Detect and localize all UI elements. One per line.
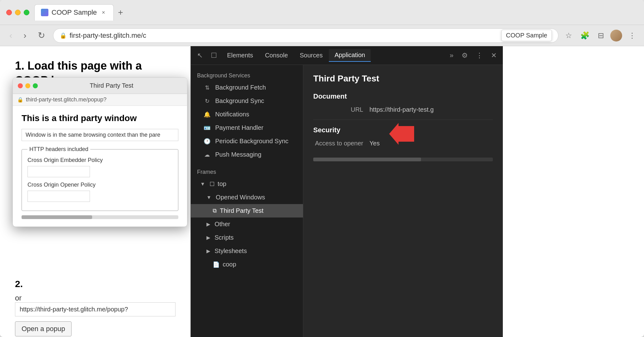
- background-sync-icon: ↻: [203, 98, 211, 105]
- frames-label: Frames: [191, 166, 303, 177]
- access-opener-value: Yes: [369, 140, 380, 147]
- popup-scrollbar-thumb: [22, 215, 92, 219]
- popup-minimize-button[interactable]: [25, 83, 30, 88]
- browser-window: COOP Sample × + ‹ › ↻ 🔒 first-party-test…: [0, 0, 644, 337]
- tab-elements[interactable]: Elements: [221, 49, 259, 61]
- open-popup-button[interactable]: Open a popup: [15, 321, 72, 336]
- sidebar-item-notifications[interactable]: 🔔 Notifications: [191, 108, 303, 121]
- devtools-more-icon[interactable]: ⋮: [472, 49, 487, 62]
- background-services-label: Background Services: [191, 69, 303, 81]
- popup-url-input[interactable]: [15, 302, 176, 316]
- new-tab-button[interactable]: +: [115, 6, 126, 19]
- frame-scripts[interactable]: ▶ Scripts: [191, 231, 303, 244]
- frame-top[interactable]: ▼ ☐ top: [191, 177, 303, 191]
- tab-favicon: [41, 9, 48, 16]
- frame-third-party-test[interactable]: ⧉ Third Party Test: [191, 204, 303, 217]
- payment-handler-icon: 🪪: [203, 125, 211, 131]
- access-opener-key: Access to opener: [313, 140, 369, 147]
- cast-icon[interactable]: ⊟: [596, 29, 606, 42]
- user-avatar[interactable]: [610, 30, 622, 42]
- extensions-icon[interactable]: 🧩: [578, 29, 592, 42]
- coep-input[interactable]: [27, 166, 90, 177]
- menu-icon[interactable]: ⋮: [627, 29, 638, 42]
- access-opener-row: Access to opener Yes: [313, 140, 380, 147]
- tab-console[interactable]: Console: [259, 49, 293, 61]
- popup-address-bar[interactable]: 🔒 third-party-test.glitch.me/popup?: [13, 94, 187, 106]
- forward-button[interactable]: ›: [20, 29, 29, 42]
- frame-stylesheets-label: Stylesheets: [215, 247, 247, 255]
- address-bar: ‹ › ↻ 🔒 first-party-test.glitch.me/c COO…: [0, 25, 644, 46]
- tab-close-button[interactable]: ×: [100, 9, 107, 17]
- address-input[interactable]: 🔒 first-party-test.glitch.me/c COOP Samp…: [53, 28, 558, 43]
- frame-top-label: top: [218, 180, 226, 188]
- popup-maximize-button[interactable]: [33, 83, 38, 88]
- maximize-button[interactable]: [24, 10, 29, 15]
- close-button[interactable]: [6, 10, 12, 15]
- scrollbar-thumb: [313, 158, 421, 161]
- coop-input[interactable]: [27, 191, 90, 202]
- url-row: URL https://third-party-test.g: [313, 106, 493, 113]
- inspect-icon[interactable]: ↖: [193, 49, 206, 62]
- coop-file-icon: 📄: [213, 261, 220, 268]
- more-tabs-button[interactable]: »: [446, 49, 457, 62]
- sidebar-item-label: Payment Handler: [215, 124, 264, 131]
- devtools-content: Background Services ⇅ Background Fetch ↻…: [191, 65, 503, 337]
- sidebar-item-payment-handler[interactable]: 🪪 Payment Handler: [191, 121, 303, 134]
- opened-windows-arrow: ▼: [206, 195, 211, 200]
- top-arrow: ▼: [200, 181, 205, 187]
- push-messaging-icon: ☁: [203, 151, 211, 158]
- sidebar-item-background-fetch[interactable]: ⇅ Background Fetch: [191, 81, 303, 94]
- frame-coop[interactable]: 📄 coop: [191, 258, 303, 271]
- scripts-arrow: ▶: [206, 235, 210, 241]
- right-panel-scrollbar[interactable]: [313, 158, 493, 161]
- sidebar-item-label: Push Messaging: [215, 151, 261, 158]
- frame-stylesheets[interactable]: ▶ Stylesheets: [191, 244, 303, 258]
- tab-application[interactable]: Application: [329, 49, 371, 62]
- address-tooltip: COOP Sample: [501, 30, 552, 41]
- frame-opened-windows-label: Opened Windows: [216, 194, 265, 201]
- sidebar-item-periodic-background-sync[interactable]: 🕐 Periodic Background Sync: [191, 134, 303, 148]
- stylesheets-arrow: ▶: [206, 248, 210, 254]
- devtools-close-button[interactable]: ✕: [487, 49, 500, 62]
- periodic-sync-icon: 🕐: [203, 138, 211, 145]
- notifications-icon: 🔔: [203, 111, 211, 118]
- reload-button[interactable]: ↻: [35, 29, 48, 42]
- popup-traffic-lights: [18, 83, 38, 88]
- popup-status: Window is in the same browsing context t…: [22, 129, 178, 141]
- back-button[interactable]: ‹: [6, 29, 15, 42]
- frame-other[interactable]: ▶ Other: [191, 217, 303, 231]
- active-tab[interactable]: COOP Sample ×: [34, 4, 114, 21]
- main-area: 1. Load this page with a COOP he Cro Thi…: [0, 46, 644, 337]
- popup-scrollbar[interactable]: [22, 215, 178, 219]
- traffic-lights: [6, 10, 29, 15]
- devtools-sidebar: Background Services ⇅ Background Fetch ↻…: [191, 65, 303, 337]
- devtools-tabs: ↖ ☐ Elements Console Sources Application…: [191, 46, 503, 65]
- popup-address-text: third-party-test.glitch.me/popup?: [26, 96, 107, 103]
- lock-icon: 🔒: [60, 32, 67, 39]
- popup-close-button[interactable]: [18, 83, 23, 88]
- frame-other-label: Other: [215, 221, 230, 228]
- frame-coop-label: coop: [223, 261, 236, 268]
- tab-sources[interactable]: Sources: [294, 49, 328, 61]
- sidebar-item-label: Periodic Background Sync: [215, 138, 289, 145]
- bookmark-icon[interactable]: ☆: [563, 29, 574, 42]
- devtools-panel: ↖ ☐ Elements Console Sources Application…: [191, 46, 503, 337]
- settings-icon[interactable]: ⚙: [458, 49, 472, 62]
- background-fetch-icon: ⇅: [203, 84, 211, 91]
- popup-fieldset: HTTP headers included Cross Origin Embed…: [22, 146, 178, 211]
- devtools-right-panel: Third Party Test Document URL https://th…: [303, 65, 503, 337]
- toolbar-icons: ☆ 🧩 ⊟ ⋮: [563, 29, 638, 42]
- frame-opened-windows[interactable]: ▼ Opened Windows: [191, 191, 303, 204]
- tab-title: COOP Sample: [52, 8, 97, 17]
- sidebar-item-push-messaging[interactable]: ☁ Push Messaging: [191, 148, 303, 161]
- popup-title: Third Party Test: [41, 82, 182, 89]
- device-icon[interactable]: ☐: [207, 49, 221, 62]
- minimize-button[interactable]: [15, 10, 21, 15]
- title-bar: COOP Sample × +: [0, 0, 644, 25]
- sidebar-item-background-sync[interactable]: ↻ Background Sync: [191, 94, 303, 108]
- frame-third-party-test-label: Third Party Test: [220, 207, 264, 214]
- page-content: 1. Load this page with a COOP he Cro Thi…: [0, 46, 191, 337]
- panel-divider: [313, 120, 493, 120]
- popup-legend: HTTP headers included: [27, 146, 90, 153]
- url-key: URL: [313, 106, 369, 113]
